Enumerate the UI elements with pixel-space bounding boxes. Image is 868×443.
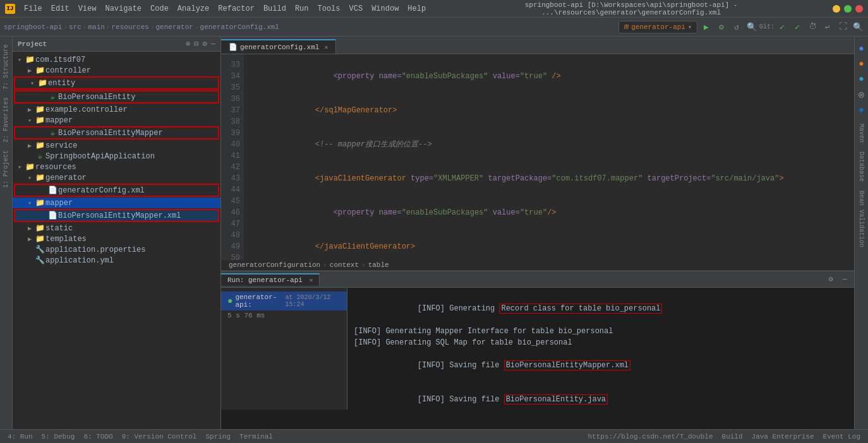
tab-favorites[interactable]: 2: Favorites bbox=[1, 95, 11, 145]
tab-generatorconfig[interactable]: 📄 generatorConfig.xml ✕ bbox=[221, 39, 336, 54]
folder-icon: 📁 bbox=[34, 223, 45, 233]
menu-vcs[interactable]: VCS bbox=[346, 3, 367, 15]
tree-item-controller[interactable]: ▶ 📁 controller bbox=[13, 65, 220, 76]
tab-project[interactable]: 1: Project bbox=[1, 148, 11, 191]
tree-item-entity[interactable]: ▾ 📁 entity bbox=[14, 76, 219, 90]
log-line-2: [INFO] Generating Mapper Interface for t… bbox=[354, 326, 848, 337]
menu-help[interactable]: Help bbox=[404, 3, 430, 15]
maximize-button[interactable] bbox=[844, 5, 852, 13]
settings-bottom-icon[interactable]: ⚙ bbox=[825, 274, 836, 285]
close-run-tab-icon[interactable]: ✕ bbox=[309, 277, 313, 284]
close-button[interactable] bbox=[855, 5, 863, 13]
menu-edit[interactable]: Edit bbox=[47, 3, 73, 15]
menu-code[interactable]: Code bbox=[147, 3, 172, 15]
tab-maven[interactable]: Maven bbox=[857, 120, 866, 146]
menu-analyze[interactable]: Analyze bbox=[174, 3, 213, 15]
line-num-49: 49 bbox=[221, 241, 240, 252]
ie-icon[interactable]: ● bbox=[856, 73, 867, 85]
hide-icon[interactable]: — bbox=[211, 40, 215, 49]
undo-icon[interactable]: ↩ bbox=[821, 21, 834, 33]
menu-view[interactable]: View bbox=[75, 3, 100, 15]
menu-tools[interactable]: Tools bbox=[314, 3, 344, 15]
fullscreen-icon[interactable]: ⛶ bbox=[836, 21, 849, 33]
line-num-42: 42 bbox=[221, 162, 240, 173]
run-sidebar: ● generator-api: at 2020/3/12 15:24 5 s … bbox=[221, 288, 347, 410]
tree-arrow-templates: ▶ bbox=[25, 235, 34, 243]
menu-bar[interactable]: File Edit View Navigate Code Analyze Ref… bbox=[20, 3, 430, 15]
menu-refactor[interactable]: Refactor bbox=[214, 3, 258, 15]
history-icon[interactable]: ⏱ bbox=[806, 21, 819, 33]
code-line-38: </javaClientGenerator> bbox=[251, 230, 847, 260]
add-icon[interactable]: ⊕ bbox=[186, 39, 190, 49]
menu-build[interactable]: Build bbox=[260, 3, 290, 15]
breadcrumb-item-3[interactable]: resources bbox=[111, 23, 148, 31]
status-run[interactable]: 4: Run bbox=[4, 433, 37, 440]
tree-item-service[interactable]: ▶ 📁 service bbox=[13, 140, 220, 151]
settings-icon[interactable]: 🔍 bbox=[852, 21, 864, 33]
status-debug[interactable]: 5: Debug bbox=[38, 433, 79, 440]
tree-item-excontroller[interactable]: ▶ 📁 example.controller bbox=[13, 104, 220, 115]
tab-database[interactable]: Database bbox=[857, 148, 866, 186]
firefox-icon[interactable]: ● bbox=[856, 58, 867, 69]
tree-item-genconfig[interactable]: 📄 generatorConfig.xml bbox=[14, 184, 219, 197]
edge-icon[interactable]: ◈ bbox=[856, 103, 867, 115]
run-config-selector[interactable]: m generator-api ▾ bbox=[618, 21, 697, 33]
log-line-4: [INFO] Saving file BioPersonalEntityMapp… bbox=[354, 348, 848, 382]
menu-run[interactable]: Run bbox=[291, 3, 313, 15]
status-vcs[interactable]: 9: Version Control bbox=[118, 433, 201, 440]
minimize-button[interactable] bbox=[833, 5, 840, 13]
breadcrumb-item-4[interactable]: generator bbox=[156, 23, 193, 31]
safari-icon[interactable]: ◎ bbox=[856, 88, 867, 100]
close-tab-icon[interactable]: ✕ bbox=[324, 44, 328, 51]
line-num-43: 43 bbox=[221, 173, 240, 184]
tree-item-mapper-res[interactable]: ▾ 📁 mapper bbox=[13, 198, 220, 208]
status-build[interactable]: Build bbox=[718, 433, 747, 440]
run-output[interactable]: [INFO] Generating Record class for table… bbox=[347, 288, 854, 410]
window-controls[interactable] bbox=[833, 5, 863, 13]
chrome-icon[interactable]: ● bbox=[856, 43, 867, 54]
status-todo[interactable]: 6: TODO bbox=[80, 433, 116, 440]
status-java-enterprise[interactable]: Java Enterprise bbox=[748, 433, 818, 440]
breadcrumb-item-2[interactable]: main bbox=[88, 23, 104, 31]
tree-item-appyml[interactable]: 🔧 application.yml bbox=[13, 255, 220, 266]
menu-window[interactable]: Window bbox=[368, 3, 402, 15]
gear-icon[interactable]: ⚙ bbox=[203, 39, 207, 49]
tree-arrow-service: ▶ bbox=[25, 142, 34, 150]
collapse-all-icon[interactable]: ⊟ bbox=[194, 39, 198, 49]
tree-item-biomapper-xml[interactable]: 📄 BioPersonalEntityMapper.xml bbox=[14, 209, 219, 222]
java-icon: ☕ bbox=[34, 151, 45, 161]
git-ok-icon[interactable]: ✓ bbox=[791, 21, 804, 33]
run-sidebar-item-gen[interactable]: ● generator-api: at 2020/3/12 15:24 bbox=[221, 292, 347, 310]
tree-item-generator[interactable]: ▾ 📁 generator bbox=[13, 172, 220, 183]
code-area[interactable]: <property name="enableSubPackages" value… bbox=[244, 54, 854, 260]
tab-structure[interactable]: 7: Structure bbox=[1, 42, 11, 92]
breadcrumb-item-1[interactable]: src bbox=[69, 23, 81, 31]
tab-bean-validation[interactable]: Bean Validation bbox=[857, 187, 866, 251]
tree-item-root[interactable]: ▾ 📁 com.itsdf07 bbox=[13, 54, 220, 65]
tree-item-resources[interactable]: ▾ 📁 resources bbox=[13, 162, 220, 172]
tree-item-mapper[interactable]: ▾ 📁 mapper bbox=[13, 115, 220, 126]
tree-item-static[interactable]: ▶ 📁 static bbox=[13, 223, 220, 233]
tree-item-bioentity[interactable]: ☕ BioPersonalEntity bbox=[14, 90, 219, 103]
tree-item-templates[interactable]: ▶ 📁 templates bbox=[13, 233, 220, 244]
breadcrumb-item-0[interactable]: springboot-api bbox=[4, 23, 62, 31]
menu-navigate[interactable]: Navigate bbox=[101, 3, 145, 15]
status-spring[interactable]: Spring bbox=[202, 433, 234, 440]
menu-file[interactable]: File bbox=[20, 3, 46, 15]
status-terminal[interactable]: Terminal bbox=[236, 433, 277, 440]
breadcrumb-item-5[interactable]: generatorConfig.xml bbox=[200, 23, 279, 31]
tree-item-appprops[interactable]: 🔧 application.properties bbox=[13, 244, 220, 255]
build-button[interactable]: ⚙ bbox=[715, 21, 728, 33]
search-button[interactable]: 🔍 bbox=[745, 21, 758, 33]
sync-button[interactable]: ↺ bbox=[730, 21, 743, 33]
tree-item-biomapper[interactable]: ☕ BioPersonalEntityMapper bbox=[14, 126, 219, 139]
close-bottom-icon[interactable]: — bbox=[839, 274, 850, 285]
tab-run[interactable]: Run: generator-api ✕ bbox=[221, 273, 320, 286]
status-event-log[interactable]: Event Log bbox=[819, 433, 864, 440]
tree-item-application[interactable]: ☕ SpringbootApiApplication bbox=[13, 151, 220, 162]
tree-label-controller: controller bbox=[45, 66, 91, 75]
run-button[interactable]: ▶ bbox=[700, 21, 713, 33]
java-icon: ☕ bbox=[47, 128, 58, 138]
tree-label-resources: resources bbox=[35, 163, 76, 172]
git-check-icon[interactable]: ✓ bbox=[776, 21, 788, 33]
